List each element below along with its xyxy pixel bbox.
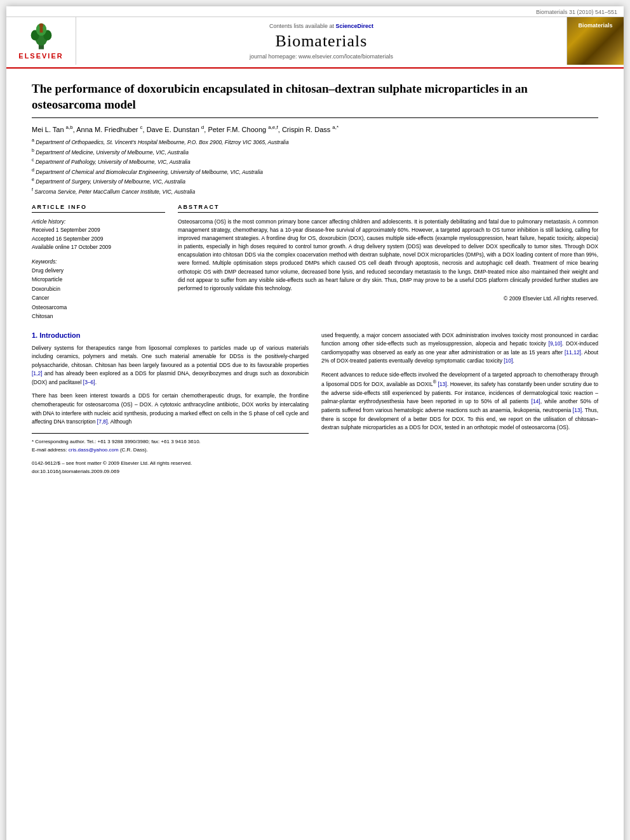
right-col-paragraph-2: Recent advances to reduce side-effects i…: [321, 371, 598, 432]
footnote-email-suffix: (C.R. Dass).: [120, 447, 148, 453]
elsevier-logo-box: ELSEVIER: [6, 17, 76, 65]
journal-meta: Biomaterials 31 (2010) 541–551: [6, 6, 624, 17]
footnote-email-link[interactable]: cris.dass@yahoo.com: [69, 447, 119, 453]
body-col-left: 1. Introduction Delivery systems for the…: [32, 331, 309, 476]
intro-paragraph-1: Delivery systems for therapeutics range …: [32, 344, 309, 387]
footnote-corresponding: * Corresponding author. Tel.: +61 3 9288…: [32, 437, 309, 446]
biomaterials-logo-text: Biomaterials: [567, 20, 624, 31]
keyword-6: Chitosan: [32, 312, 165, 321]
copyright-line: © 2009 Elsevier Ltd. All rights reserved…: [178, 295, 598, 302]
body-content: 1. Introduction Delivery systems for the…: [32, 331, 598, 476]
authors: Mei L. Tan a,b, Anna M. Friedhuber c, Da…: [32, 124, 598, 133]
footer-id-2: doi:10.1016/j.biomaterials.2009.09.069: [32, 468, 309, 476]
article-info-abstract: ARTICLE INFO Article history: Received 1…: [32, 204, 598, 321]
keywords-label: Keywords:: [32, 258, 165, 265]
elsevier-logo: ELSEVIER: [18, 22, 63, 60]
abstract-heading: ABSTRACT: [178, 204, 598, 213]
header-main: ELSEVIER Contents lists available at Sci…: [6, 17, 624, 65]
ref-1-2[interactable]: [1,2]: [32, 370, 43, 377]
keyword-2: Microparticle: [32, 275, 165, 284]
received-date: Received 1 September 2009: [32, 226, 165, 235]
biomaterials-logo-box: Biomaterials: [566, 17, 624, 65]
ref-9-10[interactable]: [9,10]: [549, 340, 562, 347]
ref-13[interactable]: [13]: [438, 381, 446, 387]
available-online: Available online 17 October 2009: [32, 243, 165, 252]
journal-title: Biomaterials: [276, 32, 368, 51]
ref-3-6[interactable]: [3–6]: [83, 379, 95, 385]
intro-heading: 1. Introduction: [32, 331, 309, 339]
footnote-email-label: E-mail address:: [32, 447, 67, 453]
intro-paragraph-2: There has been keen interest towards a D…: [32, 392, 309, 426]
right-col-paragraph-1: used frequently, a major concern associa…: [321, 331, 598, 366]
keyword-3: Doxorubicin: [32, 284, 165, 293]
footnote-area: * Corresponding author. Tel.: +61 3 9288…: [32, 433, 309, 455]
sciencedirect-link[interactable]: ScienceDirect: [336, 23, 374, 29]
affiliation-e: e Department of Surgery, University of M…: [32, 177, 598, 186]
svg-rect-6: [39, 27, 43, 32]
footer-identifiers: 0142-9612/$ – see front matter © 2009 El…: [32, 460, 309, 476]
article-info-heading: ARTICLE INFO: [32, 204, 165, 213]
affiliation-b: b Department of Medicine, University of …: [32, 147, 598, 157]
affiliation-a: a Department of Orthopaedics, St. Vincen…: [32, 137, 598, 147]
body-col-right: used frequently, a major concern associa…: [321, 331, 598, 476]
ref-13b[interactable]: [13]: [573, 407, 582, 413]
sciencedirect-prefix: Contents lists available at: [269, 23, 336, 29]
affiliations: a Department of Orthopaedics, St. Vincen…: [32, 137, 598, 196]
affiliation-c: c Department of Pathology, University of…: [32, 157, 598, 166]
abstract-text: Osteosarcoma (OS) is the most common pri…: [178, 218, 598, 293]
abstract-col: ABSTRACT Osteosarcoma (OS) is the most c…: [178, 204, 598, 321]
article-info-col: ARTICLE INFO Article history: Received 1…: [32, 204, 165, 321]
sciencedirect-line: Contents lists available at ScienceDirec…: [269, 23, 373, 29]
ref-11-12[interactable]: [11,12]: [565, 349, 581, 356]
keyword-5: Osteosarcoma: [32, 303, 165, 312]
article-title: The performance of doxorubicin encapsula…: [32, 81, 598, 118]
accepted-date: Accepted 16 September 2009: [32, 235, 165, 244]
article-history-label: Article history:: [32, 218, 165, 227]
journal-homepage: journal homepage: www.elsevier.com/locat…: [250, 53, 393, 60]
article-history: Article history: Received 1 September 20…: [32, 218, 165, 252]
journal-header: Biomaterials 31 (2010) 541–551: [6, 6, 624, 69]
page: Biomaterials 31 (2010) 541–551: [6, 6, 624, 840]
elsevier-tree-icon: [22, 22, 60, 51]
footer-id-1: 0142-9612/$ – see front matter © 2009 El…: [32, 460, 309, 468]
keyword-4: Cancer: [32, 293, 165, 302]
ref-7-8[interactable]: [7,8]: [97, 418, 108, 425]
keywords-section: Keywords: Drug delivery Microparticle Do…: [32, 258, 165, 321]
authors-text: Mei L. Tan a,b, Anna M. Friedhuber c, Da…: [32, 126, 338, 133]
svg-point-5: [39, 23, 43, 28]
keyword-1: Drug delivery: [32, 266, 165, 275]
journal-center: Contents lists available at ScienceDirec…: [76, 17, 566, 65]
affiliation-f: f Sarcoma Service, Peter MacCallum Cance…: [32, 187, 598, 196]
keywords-list: Drug delivery Microparticle Doxorubicin …: [32, 266, 165, 321]
ref-14[interactable]: [14]: [532, 398, 540, 404]
elsevier-text: ELSEVIER: [18, 52, 63, 60]
article-content: The performance of doxorubicin encapsula…: [6, 69, 624, 489]
footnote-email: E-mail address: cris.dass@yahoo.com (C.R…: [32, 446, 309, 455]
affiliation-d: d Department of Chemical and Biomolecula…: [32, 167, 598, 177]
ref-10b[interactable]: [10]: [504, 357, 513, 364]
